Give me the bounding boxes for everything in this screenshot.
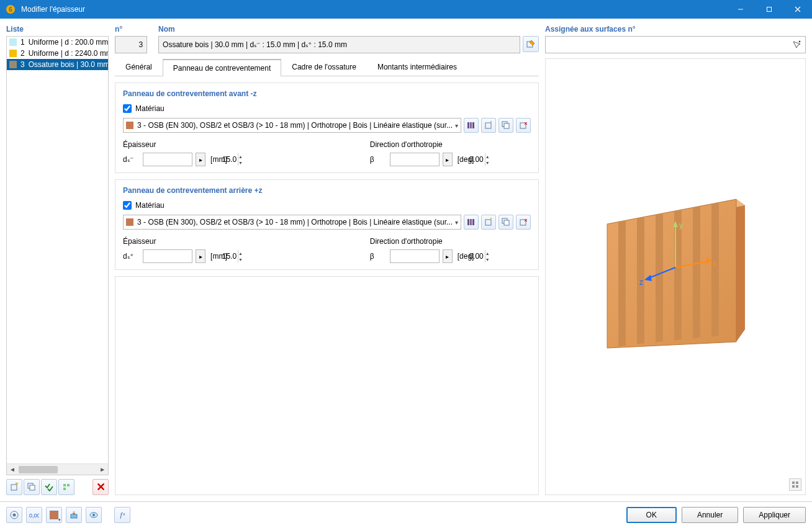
preview-3d[interactable]: y x z xyxy=(545,58,806,495)
assign-button[interactable] xyxy=(66,507,82,523)
front-thickness-symbol: dₛ⁻ xyxy=(123,155,139,164)
step-button[interactable]: ▸ xyxy=(443,249,453,263)
tab-general[interactable]: Général xyxy=(115,58,163,76)
front-thickness-input[interactable]: ▲▼ xyxy=(143,153,192,166)
material-delete-button[interactable] xyxy=(516,215,531,230)
wall-preview-icon: y x z xyxy=(582,187,769,367)
spin-up-icon[interactable]: ▲ xyxy=(238,153,243,159)
back-material-check[interactable] xyxy=(123,201,132,210)
svg-rect-25 xyxy=(470,219,472,225)
tab-bracing-panel[interactable]: Panneau de contreventement xyxy=(163,59,281,76)
help-button[interactable] xyxy=(6,507,22,523)
script-button[interactable]: ƒx xyxy=(114,507,130,523)
material-new-button[interactable] xyxy=(481,215,496,230)
horizontal-scrollbar[interactable]: ◄ ► xyxy=(7,463,108,475)
back-ortho-symbol: β xyxy=(370,252,386,261)
front-material-dropdown[interactable]: 3 - OSB (EN 300), OSB/2 et OSB/3 (> 10 -… xyxy=(123,118,461,133)
back-panel-title: Panneau de contreventement arrière +z xyxy=(123,186,531,195)
spin-up-icon[interactable]: ▲ xyxy=(485,153,490,159)
number-label: n° xyxy=(115,25,152,34)
titlebar: 6 Modifier l'épaisseur xyxy=(0,0,812,19)
back-thickness-symbol: dₛ⁺ xyxy=(123,252,139,261)
app-icon: 6 xyxy=(5,4,16,15)
list-item-label: Uniforme | d : 2240.0 mm | 1 - C3 xyxy=(29,49,108,58)
scroll-left-icon[interactable]: ◄ xyxy=(7,464,18,475)
material-swatch-icon xyxy=(126,218,133,226)
svg-text:y: y xyxy=(679,221,683,230)
color-button[interactable]: ▾ xyxy=(46,507,62,523)
spin-down-icon[interactable]: ▼ xyxy=(485,159,490,166)
units-button[interactable]: 0,00 xyxy=(26,507,42,523)
spin-down-icon[interactable]: ▼ xyxy=(485,256,490,262)
back-material-value: 3 - OSB (EN 300), OSB/2 et OSB/3 (> 10 -… xyxy=(137,218,453,226)
surfaces-input[interactable] xyxy=(548,37,790,53)
maximize-button[interactable] xyxy=(755,0,783,19)
list-item-number: 2 xyxy=(20,49,25,58)
step-button[interactable]: ▸ xyxy=(196,249,205,263)
material-library-button[interactable] xyxy=(464,215,479,230)
svg-marker-41 xyxy=(711,203,719,337)
svg-rect-27 xyxy=(485,220,491,225)
pick-surfaces-button[interactable] xyxy=(790,40,803,49)
thickness-list[interactable]: 1Uniforme | d : 200.0 mm | 1 - C302Unifo… xyxy=(6,36,109,475)
check-all-button[interactable] xyxy=(41,479,57,495)
list-item[interactable]: 1Uniforme | d : 200.0 mm | 1 - C30 xyxy=(7,37,108,48)
name-input[interactable] xyxy=(158,36,520,53)
list-item-label: Ossature bois | 30.0 mm | dₛ⁻ : 1 xyxy=(29,60,108,69)
back-material-dropdown[interactable]: 3 - OSB (EN 300), OSB/2 et OSB/3 (> 10 -… xyxy=(123,215,461,230)
material-new-button[interactable] xyxy=(481,118,496,133)
ok-button[interactable]: OK xyxy=(626,507,677,523)
name-label: Nom xyxy=(158,25,539,34)
cancel-button[interactable]: Annuler xyxy=(682,507,738,523)
edit-name-button[interactable] xyxy=(523,36,539,52)
back-material-checkbox[interactable]: Matériau xyxy=(123,201,531,210)
svg-rect-53 xyxy=(792,485,795,488)
delete-item-button[interactable]: ✕ xyxy=(92,479,109,495)
svg-rect-3 xyxy=(767,7,772,12)
spin-up-icon[interactable]: ▲ xyxy=(485,250,490,256)
spin-down-icon[interactable]: ▼ xyxy=(238,256,243,262)
list-item-label: Uniforme | d : 200.0 mm | 1 - C30 xyxy=(29,38,108,47)
material-delete-button[interactable] xyxy=(516,118,531,133)
list-item[interactable]: 3Ossature bois | 30.0 mm | dₛ⁻ : 1 xyxy=(7,59,108,70)
minimize-button[interactable] xyxy=(726,0,755,19)
step-button[interactable]: ▸ xyxy=(196,153,205,166)
svg-text:x: x xyxy=(713,259,716,268)
number-input[interactable] xyxy=(115,36,147,53)
spin-up-icon[interactable]: ▲ xyxy=(238,250,243,256)
color-swatch-icon xyxy=(9,61,17,68)
duplicate-item-button[interactable] xyxy=(24,479,40,495)
back-ortho-input[interactable]: ▲▼ xyxy=(390,249,440,263)
front-material-checkbox[interactable]: Matériau xyxy=(123,104,531,113)
back-thickness-unit: [mm] xyxy=(210,252,227,261)
svg-rect-21 xyxy=(520,123,526,128)
material-copy-button[interactable] xyxy=(498,118,513,133)
scroll-right-icon[interactable]: ► xyxy=(97,464,108,475)
tab-intermediate-studs[interactable]: Montants intermédiaires xyxy=(367,58,467,76)
back-thickness-input[interactable]: ▲▼ xyxy=(143,249,192,263)
svg-marker-36 xyxy=(618,220,626,347)
front-ortho-label: Direction d'orthotropie xyxy=(370,140,474,149)
tab-bar: Général Panneau de contreventement Cadre… xyxy=(115,58,539,76)
tab-frame[interactable]: Cadre de l'ossature xyxy=(281,58,367,76)
close-button[interactable] xyxy=(783,0,812,19)
view-button[interactable] xyxy=(86,507,102,523)
front-panel-group: Panneau de contreventement avant -z Maté… xyxy=(115,83,539,173)
front-material-check[interactable] xyxy=(123,104,132,113)
spin-down-icon[interactable]: ▼ xyxy=(238,159,243,166)
material-library-button[interactable] xyxy=(464,118,479,133)
apply-button[interactable]: Appliquer xyxy=(743,507,806,523)
preview-settings-button[interactable] xyxy=(789,478,801,491)
front-ortho-input[interactable]: ▲▼ xyxy=(390,153,440,166)
step-button[interactable]: ▸ xyxy=(443,153,453,166)
svg-rect-51 xyxy=(792,481,795,484)
back-ortho-label: Direction d'orthotropie xyxy=(370,237,474,246)
new-item-button[interactable] xyxy=(6,479,22,495)
svg-rect-16 xyxy=(470,122,472,128)
front-thickness-label: Épaisseur xyxy=(123,140,227,149)
material-copy-button[interactable] xyxy=(498,215,513,230)
svg-rect-8 xyxy=(30,485,35,490)
color-swatch-icon xyxy=(9,38,17,46)
list-item[interactable]: 2Uniforme | d : 2240.0 mm | 1 - C3 xyxy=(7,48,108,59)
filter-button[interactable] xyxy=(58,479,74,495)
